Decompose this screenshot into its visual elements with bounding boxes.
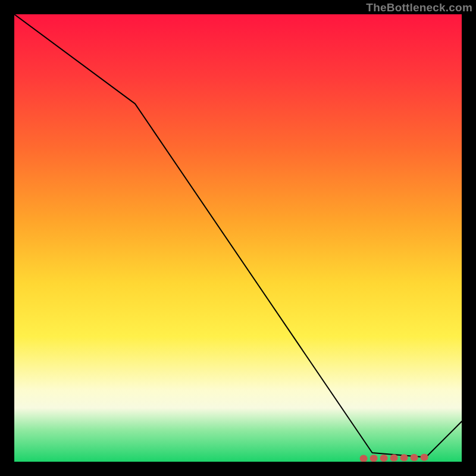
bottleneck-curve	[14, 14, 462, 458]
chart-svg	[14, 14, 462, 462]
optimal-range-marker	[364, 458, 431, 459]
attribution-label: TheBottleneck.com	[366, 1, 472, 14]
plot-area	[14, 14, 462, 462]
chart-stage: TheBottleneck.com	[0, 0, 476, 476]
